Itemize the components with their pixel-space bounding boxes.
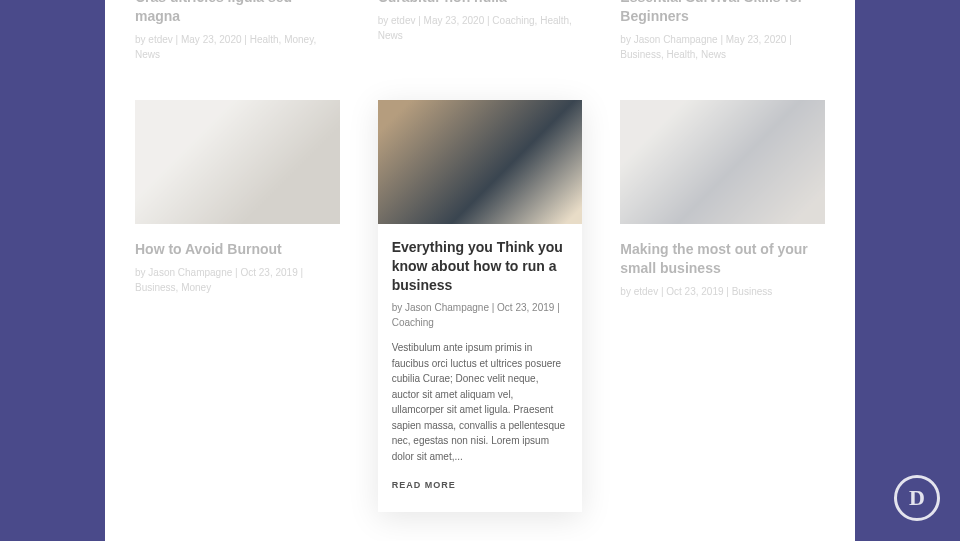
content-area: Cras ultricies ligula sed magna by etdev… bbox=[105, 0, 855, 541]
read-more-link[interactable]: READ MORE bbox=[378, 480, 470, 490]
post-title[interactable]: How to Avoid Burnout bbox=[135, 240, 340, 259]
post-excerpt: Vestibulum ante ipsum primis in faucibus… bbox=[378, 340, 583, 464]
post-title[interactable]: Curabitur non nulla bbox=[378, 0, 583, 7]
post-thumbnail[interactable] bbox=[135, 100, 340, 224]
post-meta: by etdev | May 23, 2020 | Health, Money,… bbox=[135, 32, 340, 62]
post-meta: by etdev | Oct 23, 2019 | Business bbox=[620, 284, 825, 299]
blog-grid: Cras ultricies ligula sed magna by etdev… bbox=[135, 0, 825, 541]
post-meta: by Jason Champagne | May 23, 2020 | Busi… bbox=[620, 32, 825, 62]
post-meta: by Jason Champagne | Oct 23, 2019 | Coac… bbox=[378, 300, 583, 330]
blog-card[interactable]: Making the most out of your small busine… bbox=[620, 100, 825, 513]
post-title[interactable]: Essential Survival Skills for Beginners bbox=[620, 0, 825, 26]
post-title[interactable]: Making the most out of your small busine… bbox=[620, 240, 825, 278]
blog-card[interactable]: Curabitur non nulla by etdev | May 23, 2… bbox=[378, 0, 583, 62]
post-meta: by etdev | May 23, 2020 | Coaching, Heal… bbox=[378, 13, 583, 43]
divi-logo-glyph: D bbox=[909, 485, 925, 511]
blog-card[interactable]: How to Avoid Burnout by Jason Champagne … bbox=[135, 100, 340, 513]
blog-card[interactable]: Cras ultricies ligula sed magna by etdev… bbox=[135, 0, 340, 62]
post-thumbnail[interactable] bbox=[378, 100, 583, 224]
post-title[interactable]: Cras ultricies ligula sed magna bbox=[135, 0, 340, 26]
blog-card-highlighted[interactable]: Everything you Think you know about how … bbox=[378, 100, 583, 513]
divi-logo-icon[interactable]: D bbox=[894, 475, 940, 521]
post-meta: by Jason Champagne | Oct 23, 2019 | Busi… bbox=[135, 265, 340, 295]
post-title[interactable]: Everything you Think you know about how … bbox=[378, 238, 583, 295]
blog-card[interactable]: Essential Survival Skills for Beginners … bbox=[620, 0, 825, 62]
post-thumbnail[interactable] bbox=[620, 100, 825, 224]
